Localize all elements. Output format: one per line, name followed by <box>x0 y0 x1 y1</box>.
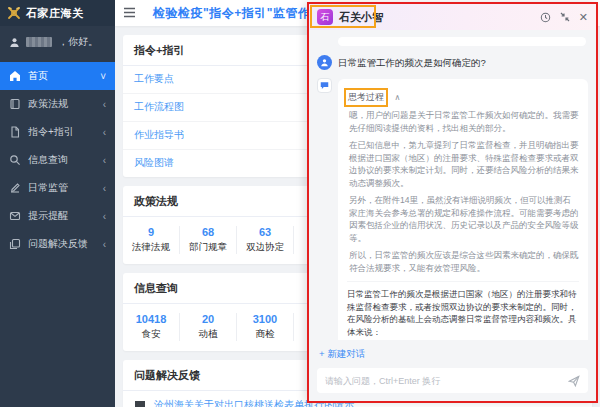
chat-messages[interactable]: 日常监管工作的频次是如何确定的? 思考过程 ∧ 嗯，用户的问题是关于日常监管工作… <box>309 30 596 340</box>
chevron-left-icon: ‹ <box>103 99 106 110</box>
sidebar-item-daily-supervision[interactable]: 日常监管 ‹ <box>0 174 115 202</box>
org-title: 石家庄海关 <box>26 6 84 21</box>
assistant-chat-icon <box>317 78 332 93</box>
stat-label: 食安 <box>123 328 179 341</box>
stat-laws[interactable]: 9 法律法规 <box>123 226 180 254</box>
document-icon <box>9 126 21 138</box>
sidebar-item-info-query[interactable]: 信息查询 ‹ <box>0 146 115 174</box>
sidebar-item-directives[interactable]: 指令+指引 ‹ <box>0 118 115 146</box>
search-icon <box>9 154 21 166</box>
stat-department-rules[interactable]: 68 部门规章 <box>180 226 237 254</box>
stat-value: 63 <box>237 226 293 238</box>
chevron-left-icon: ‹ <box>103 183 106 194</box>
hamburger-icon[interactable] <box>123 7 137 19</box>
sidebar-item-label: 首页 <box>28 69 48 83</box>
mail-icon <box>9 210 21 222</box>
answer-content: 日常监管工作的频次是根据进口国家（地区）的注册要求和特殊监督检查要求，或者按照双… <box>347 281 579 340</box>
sidebar-item-home[interactable]: 首页 ˅ <box>0 62 115 90</box>
copy-pages-icon <box>9 238 21 250</box>
home-icon <box>9 70 21 82</box>
stat-commodity-inspection[interactable]: 3100 商检 <box>237 313 294 341</box>
history-icon[interactable] <box>540 12 551 23</box>
greeting-text: ，你好。 <box>58 35 98 49</box>
thinking-content: 嗯，用户的问题是关于日常监管工作频次如何确定的。我需要先仔细阅读提供的资料，找出… <box>347 109 579 274</box>
thinking-paragraph: 嗯，用户的问题是关于日常监管工作频次如何确定的。我需要先仔细阅读提供的资料，找出… <box>349 109 579 134</box>
sidebar-item-label: 提示提醒 <box>28 209 68 223</box>
stat-label: 部门规章 <box>180 241 236 254</box>
chevron-left-icon: ‹ <box>103 239 106 250</box>
chat-header: 石 石关小智 ✕ <box>309 4 596 30</box>
user-message: 日常监管工作的频次是如何确定的? <box>317 55 588 70</box>
stat-label: 动植 <box>180 328 236 341</box>
thinking-label[interactable]: 思考过程 <box>347 91 385 104</box>
previous-message-edge <box>338 37 586 46</box>
ai-assistant-panel: 石 石关小智 ✕ 日常监管工作的频次是如何确定的? <box>307 2 598 403</box>
thinking-paragraph: 另外，在附件14里，虽然没有详细说明频次，但可以推测石家庄海关会参考总署的规定和… <box>349 194 579 244</box>
sidebar-item-feedback[interactable]: 问题解决反馈 ‹ <box>0 230 115 258</box>
app-root: 石家庄海关 ，你好。 首页 ˅ 政策法规 <box>0 0 600 407</box>
stat-label: 双边协定 <box>237 241 293 254</box>
stat-animal-plant[interactable]: 20 动植 <box>180 313 237 341</box>
chevron-left-icon: ‹ <box>103 155 106 166</box>
customs-emblem-icon <box>7 6 21 20</box>
chevron-left-icon: ‹ <box>103 211 106 222</box>
new-conversation-button[interactable]: + 新建对话 <box>319 348 365 361</box>
stat-label: 法律法规 <box>123 241 179 254</box>
chat-bubble-icon <box>134 400 146 407</box>
chevron-down-icon: ˅ <box>100 71 106 82</box>
stat-value: 10418 <box>123 313 179 325</box>
stat-label: 商检 <box>237 328 293 341</box>
sidebar-item-label: 政策法规 <box>28 97 68 111</box>
sidebar-menu: 首页 ˅ 政策法规 ‹ 指令+指引 ‹ 信息查 <box>0 62 115 258</box>
stat-value: 20 <box>180 313 236 325</box>
sidebar-item-policies[interactable]: 政策法规 ‹ <box>0 90 115 118</box>
collapse-caret-icon: ∧ <box>394 93 400 102</box>
sidebar-item-label: 日常监管 <box>28 181 68 195</box>
stat-value: 9 <box>123 226 179 238</box>
message-input[interactable] <box>325 376 562 386</box>
edit-icon <box>9 182 21 194</box>
message-input-wrap <box>317 368 588 393</box>
sidebar-item-label: 问题解决反馈 <box>28 237 88 251</box>
answer-intro: 日常监管工作的频次是根据进口国家（地区）的注册要求和特殊监督检查要求，或者按照双… <box>347 288 579 338</box>
collapse-icon[interactable] <box>560 12 570 22</box>
assistant-title: 石关小智 <box>339 10 383 25</box>
user-avatar-icon <box>317 55 332 70</box>
stat-value: 68 <box>180 226 236 238</box>
sidebar-item-reminders[interactable]: 提示提醒 ‹ <box>0 202 115 230</box>
stat-bilateral-agreements[interactable]: 63 双边协定 <box>237 226 294 254</box>
send-icon[interactable] <box>568 375 580 387</box>
chat-header-actions: ✕ <box>540 12 588 23</box>
stat-food-safety[interactable]: 10418 食安 <box>123 313 180 341</box>
assistant-answer-card: 思考过程 ∧ 嗯，用户的问题是关于日常监管工作频次如何确定的。我需要先仔细阅读提… <box>338 79 588 340</box>
chat-footer: + 新建对话 <box>309 340 596 401</box>
close-icon[interactable]: ✕ <box>579 12 588 23</box>
thinking-paragraph: 在已知信息中，第九章提到了日常监督检查，并且明确指出要根据进口国家（地区）的注册… <box>349 139 579 189</box>
user-greeting: ，你好。 <box>0 26 115 58</box>
chevron-left-icon: ‹ <box>103 127 106 138</box>
sidebar: 石家庄海关 ，你好。 首页 ˅ 政策法规 <box>0 0 115 407</box>
logo-row: 石家庄海关 <box>0 0 115 26</box>
user-question-text: 日常监管工作的频次是如何确定的? <box>338 55 486 70</box>
redacted-username <box>26 37 52 47</box>
assistant-avatar: 石 <box>317 9 333 25</box>
user-icon <box>9 37 20 48</box>
sidebar-item-label: 信息查询 <box>28 153 68 167</box>
thinking-header[interactable]: 思考过程 ∧ <box>347 86 579 104</box>
thinking-paragraph: 所以，日常监管的频次应该是综合这些因素来确定的，确保既符合法规要求，又能有效管理… <box>349 249 579 274</box>
assistant-message: 思考过程 ∧ 嗯，用户的问题是关于日常监管工作频次如何确定的。我需要先仔细阅读提… <box>317 78 588 340</box>
book-icon <box>9 98 21 110</box>
stat-value: 3100 <box>237 313 293 325</box>
sidebar-item-label: 指令+指引 <box>28 125 74 139</box>
